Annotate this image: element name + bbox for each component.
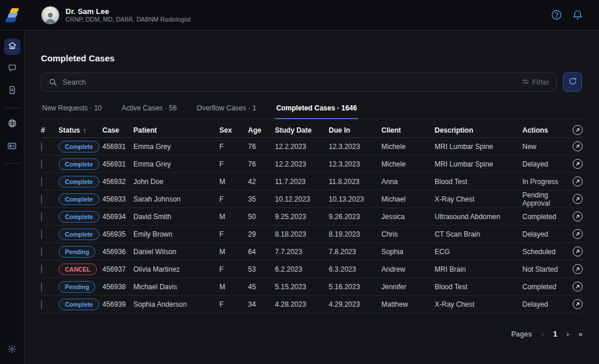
open-case-arrow-icon[interactable] [573, 212, 583, 221]
row-checkbox[interactable] [41, 247, 42, 256]
case-cell: 456937 [102, 265, 133, 273]
age-cell: 42 [248, 178, 275, 186]
action-cell: Delayed [522, 160, 567, 168]
tab-1[interactable]: Active Cases · 56 [121, 99, 178, 119]
sidebar-divider [5, 108, 20, 108]
help-icon[interactable] [550, 9, 563, 22]
table-header-row: #Status↑CasePatientSexAgeStudy DateDue I… [41, 123, 583, 138]
last-page-button[interactable]: » [579, 330, 583, 338]
age-cell: 76 [248, 160, 275, 168]
case-cell: 456931 [102, 160, 133, 168]
column-header[interactable]: Case [102, 126, 133, 134]
sidebar-nav [0, 30, 25, 364]
table-row: CANCEL456937Olivia MartinezF536.2.20236.… [41, 261, 583, 278]
sort-asc-icon: ↑ [83, 127, 87, 134]
tab-2[interactable]: Overflow Cases · 1 [195, 99, 257, 119]
tab-3[interactable]: Completed Cases · 1646 [275, 99, 358, 119]
column-header[interactable]: Age [248, 126, 275, 134]
open-case-arrow-icon[interactable] [573, 247, 583, 256]
row-checkbox[interactable] [41, 160, 42, 169]
logo-icon [5, 8, 19, 22]
patient-cell: David Smith [133, 213, 219, 221]
search-input[interactable] [63, 78, 517, 86]
action-cell: Completed [522, 213, 567, 221]
column-header[interactable]: Description [435, 126, 522, 134]
status-badge: CANCEL [58, 264, 97, 275]
patient-cell: Daniel Wilson [133, 248, 219, 256]
client-cell: Anna [381, 178, 435, 186]
prev-page-button[interactable]: ‹ [541, 330, 543, 338]
due-in-cell: 9.26.2023 [329, 213, 381, 221]
column-header[interactable]: Actions [522, 126, 567, 134]
open-case-arrow-icon[interactable] [573, 176, 583, 186]
document-icon [8, 85, 17, 97]
app-logo[interactable] [0, 0, 25, 30]
next-page-button[interactable]: › [566, 330, 569, 338]
patient-cell: Emma Grey [133, 160, 219, 168]
client-cell: Sophia [381, 248, 435, 256]
column-header[interactable]: Client [381, 126, 435, 134]
refresh-button[interactable] [563, 72, 582, 92]
column-header[interactable]: Due In [329, 126, 381, 134]
row-checkbox[interactable] [41, 177, 42, 186]
study-date-cell: 8.18.2023 [275, 230, 329, 238]
open-case-arrow-icon[interactable] [573, 194, 583, 204]
filter-label: Filter [532, 78, 549, 86]
sliders-icon [522, 78, 529, 87]
search-icon [49, 78, 57, 86]
cases-table: #Status↑CasePatientSexAgeStudy DateDue I… [41, 123, 583, 313]
open-case-arrow-icon[interactable] [573, 282, 583, 292]
sex-cell: F [219, 195, 248, 203]
open-case-arrow-icon[interactable] [573, 141, 583, 151]
sidebar-item-network[interactable] [4, 116, 20, 133]
patient-cell: Emily Brown [133, 230, 219, 238]
open-case-arrow-icon[interactable] [573, 159, 583, 169]
notifications-bell-icon[interactable] [571, 9, 584, 22]
sidebar-item-messages[interactable] [4, 61, 20, 77]
open-case-arrow-icon[interactable] [573, 229, 583, 239]
status-badge: Pending [58, 281, 95, 293]
column-header[interactable]: # [41, 126, 58, 134]
id-card-icon [7, 141, 17, 153]
patient-cell: Sophia Anderson [133, 300, 219, 308]
open-case-arrow-icon[interactable] [573, 299, 583, 309]
row-checkbox[interactable] [41, 282, 42, 292]
row-checkbox[interactable] [41, 265, 42, 274]
column-header[interactable]: Patient [133, 126, 219, 134]
row-checkbox[interactable] [41, 195, 42, 204]
patient-cell: Emma Grey [133, 143, 219, 151]
age-cell: 29 [248, 230, 275, 238]
tab-0[interactable]: New Requests · 10 [41, 99, 103, 119]
settings-gear-icon[interactable] [7, 344, 17, 356]
row-checkbox[interactable] [41, 230, 42, 239]
due-in-cell: 12.3.2023 [329, 143, 381, 151]
sidebar-item-billing[interactable] [4, 138, 20, 155]
sidebar-item-home[interactable] [4, 39, 20, 55]
pages-label: Pages [511, 330, 532, 338]
user-profile[interactable]: Dr. Sam Lee CRNP, DDM, MD, DABR, DABNM R… [25, 6, 191, 25]
avatar [41, 6, 60, 25]
status-badge: Pending [58, 246, 95, 258]
open-case-arrow-icon[interactable] [573, 125, 583, 135]
age-cell: 34 [248, 300, 275, 308]
row-checkbox[interactable] [41, 142, 42, 151]
column-header[interactable]: Status↑ [58, 126, 102, 134]
description-cell: MRI Lumbar Spine [435, 160, 522, 168]
row-checkbox[interactable] [41, 212, 42, 221]
study-date-cell: 9.25.2023 [275, 213, 329, 221]
sidebar-item-reports[interactable] [4, 83, 20, 99]
row-checkbox[interactable] [41, 300, 42, 309]
age-cell: 50 [248, 213, 275, 221]
column-header[interactable]: Sex [219, 126, 248, 134]
filter-button[interactable]: Filter [522, 78, 549, 87]
status-badge: Complete [58, 176, 99, 188]
column-header[interactable]: Study Date [275, 126, 329, 134]
open-case-arrow-icon[interactable] [573, 264, 583, 274]
study-date-cell: 5.15.2023 [275, 283, 329, 291]
client-cell: Jessica [381, 213, 435, 221]
client-cell: Matthew [381, 300, 435, 308]
sex-cell: F [219, 143, 248, 151]
action-cell: Delayed [522, 300, 567, 308]
due-in-cell: 4.29.2023 [329, 300, 381, 308]
table-row: Complete456932John DoeM4211.7.202311.8.2… [41, 173, 583, 190]
